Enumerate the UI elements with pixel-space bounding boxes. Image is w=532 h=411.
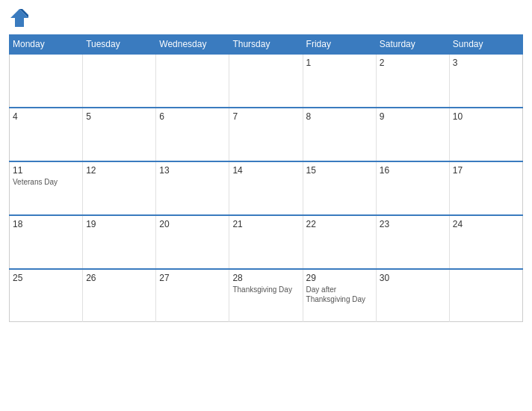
calendar-cell: 10 xyxy=(449,108,522,161)
event-label: Veterans Day xyxy=(13,177,79,187)
day-number: 21 xyxy=(232,219,299,229)
day-number: 26 xyxy=(86,273,152,283)
calendar-cell: 29Day afterThanksgiving Day xyxy=(303,269,376,321)
day-number: 2 xyxy=(380,58,446,68)
calendar-cell: 2 xyxy=(376,54,449,108)
calendar-cell: 12 xyxy=(83,161,156,215)
day-number: 8 xyxy=(306,111,373,122)
calendar-cell: 4 xyxy=(10,108,83,161)
day-number: 30 xyxy=(380,273,446,283)
col-header-saturday: Saturday xyxy=(376,35,449,55)
col-header-monday: Monday xyxy=(10,35,83,55)
event-label: Thanksgiving Day xyxy=(232,285,299,294)
day-number: 24 xyxy=(453,219,519,229)
day-number: 12 xyxy=(86,165,152,176)
day-number: 5 xyxy=(86,111,152,122)
day-number: 11 xyxy=(13,165,79,176)
day-number: 28 xyxy=(232,273,299,283)
calendar-cell: 8 xyxy=(303,108,376,161)
calendar-cell: 16 xyxy=(376,161,449,215)
day-number: 7 xyxy=(232,111,299,122)
calendar-cell xyxy=(449,269,522,321)
calendar-cell: 13 xyxy=(156,161,229,215)
col-header-wednesday: Wednesday xyxy=(156,35,229,55)
day-number: 10 xyxy=(453,111,519,122)
col-header-tuesday: Tuesday xyxy=(83,35,156,55)
day-number: 18 xyxy=(13,219,79,229)
event-label: Thanksgiving Day xyxy=(306,294,373,304)
calendar-cell: 26 xyxy=(83,269,156,321)
day-number: 16 xyxy=(380,165,446,176)
day-number: 23 xyxy=(380,219,446,229)
header xyxy=(9,7,523,28)
calendar-cell: 18 xyxy=(10,215,83,269)
day-number: 22 xyxy=(306,219,373,229)
calendar-cell: 17 xyxy=(449,161,522,215)
day-number: 15 xyxy=(306,165,373,176)
calendar-week-5: 25262728Thanksgiving Day29Day afterThank… xyxy=(10,269,523,321)
calendar-cell: 30 xyxy=(376,269,449,321)
logo xyxy=(9,7,33,28)
day-number: 9 xyxy=(380,111,446,122)
calendar-page: MondayTuesdayWednesdayThursdayFridaySatu… xyxy=(0,0,532,411)
day-number: 4 xyxy=(13,111,79,122)
calendar-cell: 20 xyxy=(156,215,229,269)
day-number: 20 xyxy=(159,219,226,229)
day-number: 6 xyxy=(159,111,226,122)
calendar-cell: 25 xyxy=(10,269,83,321)
day-number: 1 xyxy=(306,58,373,68)
calendar-cell: 28Thanksgiving Day xyxy=(229,269,303,321)
calendar-cell: 22 xyxy=(303,215,376,269)
day-number: 14 xyxy=(232,165,299,176)
day-number: 3 xyxy=(453,58,519,68)
day-number: 29 xyxy=(306,273,373,283)
col-header-thursday: Thursday xyxy=(229,35,303,55)
calendar-week-2: 45678910 xyxy=(10,108,523,161)
calendar-week-4: 18192021222324 xyxy=(10,215,523,269)
svg-marker-0 xyxy=(10,9,28,27)
calendar-cell: 19 xyxy=(83,215,156,269)
calendar-cell: 15 xyxy=(303,161,376,215)
event-label: Day after xyxy=(306,285,373,294)
calendar-cell: 11Veterans Day xyxy=(10,161,83,215)
col-header-friday: Friday xyxy=(303,35,376,55)
calendar-cell xyxy=(10,54,83,108)
logo-icon xyxy=(9,7,30,28)
calendar-cell: 24 xyxy=(449,215,522,269)
calendar-cell: 23 xyxy=(376,215,449,269)
day-number: 13 xyxy=(159,165,226,176)
calendar-cell: 7 xyxy=(229,108,303,161)
day-number: 25 xyxy=(13,273,79,283)
day-number: 19 xyxy=(86,219,152,229)
calendar-header-row: MondayTuesdayWednesdayThursdayFridaySatu… xyxy=(10,35,523,55)
calendar-cell: 27 xyxy=(156,269,229,321)
calendar-cell: 1 xyxy=(303,54,376,108)
calendar-cell: 14 xyxy=(229,161,303,215)
calendar-cell xyxy=(229,54,303,108)
calendar-cell xyxy=(83,54,156,108)
calendar-cell: 6 xyxy=(156,108,229,161)
calendar-week-1: 123 xyxy=(10,54,523,108)
calendar-week-3: 11Veterans Day121314151617 xyxy=(10,161,523,215)
calendar-cell: 3 xyxy=(449,54,522,108)
calendar-table: MondayTuesdayWednesdayThursdayFridaySatu… xyxy=(9,34,523,322)
calendar-cell xyxy=(156,54,229,108)
col-header-sunday: Sunday xyxy=(449,35,522,55)
day-number: 17 xyxy=(453,165,519,176)
calendar-cell: 21 xyxy=(229,215,303,269)
calendar-cell: 9 xyxy=(376,108,449,161)
day-number: 27 xyxy=(159,273,226,283)
calendar-cell: 5 xyxy=(83,108,156,161)
